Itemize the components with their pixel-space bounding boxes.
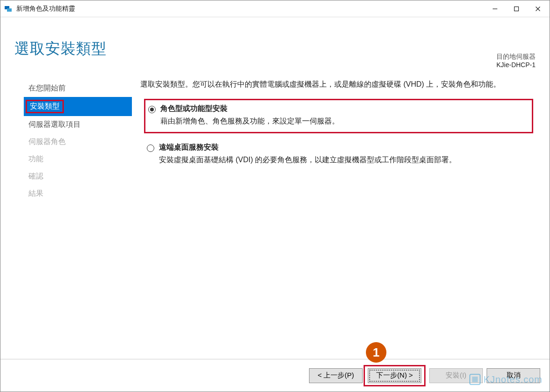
previous-button[interactable]: < 上一步(P) xyxy=(309,368,363,383)
maximize-button[interactable] xyxy=(506,1,527,17)
next-button-highlight: 下一步(N) > xyxy=(364,365,426,386)
sidebar-item-server-selection[interactable]: 伺服器選取項目 xyxy=(24,116,132,133)
option-desc-role-based: 藉由新增角色、角色服務及功能，來設定單一伺服器。 xyxy=(160,115,525,127)
content-wrap: 選取安裝類型 目的地伺服器 KJie-DHCP-1 在您開始前 安裝類型 伺服器… xyxy=(0,17,550,392)
wizard-footer: 1 < 上一步(P) 下一步(N) > 安裝(I) 取消 KJnotes.com xyxy=(0,359,550,392)
main-panel: 選取安裝類型。您可以在執行中的實體電腦或虛擬機器上，或是離線的虛擬硬碟 (VHD… xyxy=(140,78,550,359)
app-icon xyxy=(4,5,13,13)
cancel-button[interactable]: 取消 xyxy=(487,368,540,383)
svg-rect-3 xyxy=(515,7,519,11)
destination-label: 目的地伺服器 xyxy=(496,53,536,61)
page-title: 選取安裝類型 xyxy=(14,39,536,59)
destination-name: KJie-DHCP-1 xyxy=(496,61,536,69)
option-title-role-based: 角色型或功能型安裝 xyxy=(160,104,227,114)
window-title: 新增角色及功能精靈 xyxy=(16,5,75,13)
instruction-text: 選取安裝類型。您可以在執行中的實體電腦或虛擬機器上，或是離線的虛擬硬碟 (VHD… xyxy=(140,78,533,90)
annotation-step-badge: 1 xyxy=(366,342,386,363)
option-title-rds: 遠端桌面服務安裝 xyxy=(159,143,219,152)
sidebar-item-install-type[interactable]: 安裝類型 xyxy=(24,97,132,116)
sidebar-item-confirm: 確認 xyxy=(24,168,132,185)
radio-role-based[interactable] xyxy=(148,106,156,113)
sidebar-item-results: 結果 xyxy=(24,185,132,202)
sidebar-item-before-you-begin[interactable]: 在您開始前 xyxy=(24,80,132,97)
option-rds[interactable]: 遠端桌面服務安裝 安裝虛擬桌面基礎結構 (VDI) 的必要角色服務，以建立虛擬機… xyxy=(144,139,533,171)
main-area: 在您開始前 安裝類型 伺服器選取項目 伺服器角色 功能 確認 結果 選取安裝類型… xyxy=(0,73,550,359)
option-desc-rds: 安裝虛擬桌面基礎結構 (VDI) 的必要角色服務，以建立虛擬機器型或工作階段型桌… xyxy=(159,153,527,166)
titlebar: 新增角色及功能精靈 xyxy=(0,0,550,17)
option-role-based[interactable]: 角色型或功能型安裝 藉由新增角色、角色服務及功能，來設定單一伺服器。 xyxy=(144,99,533,133)
window-controls xyxy=(484,1,549,17)
sidebar-highlight: 安裝類型 xyxy=(26,100,64,113)
wizard-sidebar: 在您開始前 安裝類型 伺服器選取項目 伺服器角色 功能 確認 結果 xyxy=(0,78,140,359)
install-type-options: 角色型或功能型安裝 藉由新增角色、角色服務及功能，來設定單一伺服器。 遠端桌面服… xyxy=(140,99,533,171)
titlebar-left: 新增角色及功能精靈 xyxy=(4,5,75,13)
close-button[interactable] xyxy=(527,1,549,17)
destination-server: 目的地伺服器 KJie-DHCP-1 xyxy=(496,53,536,69)
header-area: 選取安裝類型 目的地伺服器 KJie-DHCP-1 xyxy=(0,17,550,73)
minimize-button[interactable] xyxy=(484,1,506,17)
radio-rds[interactable] xyxy=(147,144,154,152)
sidebar-item-server-roles: 伺服器角色 xyxy=(24,133,132,151)
sidebar-item-features: 功能 xyxy=(24,151,132,168)
install-button: 安裝(I) xyxy=(429,368,483,383)
svg-rect-1 xyxy=(7,8,12,12)
next-button[interactable]: 下一步(N) > xyxy=(368,368,421,383)
